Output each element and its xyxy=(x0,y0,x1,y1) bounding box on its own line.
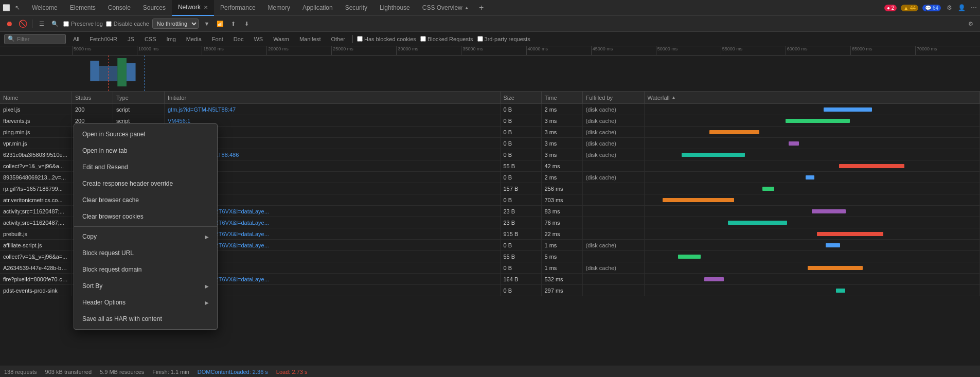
ctx-create-header-override[interactable]: Create response header override xyxy=(74,175,217,192)
throttle-arrow[interactable]: ▼ xyxy=(202,19,212,29)
table-row[interactable]: pixel.js 200 script gtm.js?id=GTM-N5LT88… xyxy=(0,104,980,115)
tab-memory[interactable]: Memory xyxy=(262,0,296,16)
tab-elements[interactable]: Elements xyxy=(64,0,102,16)
toolbar-sep-1 xyxy=(32,20,32,28)
initiator-link[interactable]: gtm.js?id=GTM-N5LT88:47 xyxy=(168,106,236,113)
filter-icon[interactable]: ☰ xyxy=(37,19,47,29)
filter-font[interactable]: Font xyxy=(209,35,226,43)
col-header-name[interactable]: Name xyxy=(0,92,72,103)
td-time: 532 ms xyxy=(542,274,583,284)
settings-icon[interactable]: ⚙ xyxy=(945,4,953,12)
upload-icon[interactable]: ⬆ xyxy=(228,19,239,29)
td-name: A2634539-f47e-428b-b335-4d2ba050f0d81.js xyxy=(0,262,72,273)
main-area: Name Status Type Initiator Size Time Ful… xyxy=(0,92,980,366)
filter-input[interactable] xyxy=(17,36,58,42)
col-header-status[interactable]: Status xyxy=(72,92,113,103)
tab-css-overview[interactable]: CSS Overview ▲ xyxy=(416,0,475,16)
tab-lighthouse[interactable]: Lighthouse xyxy=(373,0,416,16)
tab-security[interactable]: Security xyxy=(339,0,373,16)
tick-60000: 60000 ms xyxy=(786,46,850,55)
ctx-open-sources[interactable]: Open in Sources panel xyxy=(74,126,217,142)
filter-doc[interactable]: Doc xyxy=(230,35,247,43)
td-waterfall xyxy=(645,115,981,126)
filter-input-wrap: 🔍 xyxy=(4,34,66,44)
has-blocked-cookies-checkbox[interactable] xyxy=(357,36,363,42)
initiator-link[interactable]: VM456:1 xyxy=(168,118,190,124)
col-header-type[interactable]: Type xyxy=(113,92,165,103)
preserve-log-label[interactable]: Preserve log xyxy=(63,21,103,27)
filter-manifest[interactable]: Manifest xyxy=(296,35,324,43)
filter-other[interactable]: Other xyxy=(328,35,348,43)
add-tab-button[interactable]: + xyxy=(475,2,488,14)
wifi-icon[interactable]: 📶 xyxy=(215,19,225,29)
third-party-label[interactable]: 3rd-party requests xyxy=(477,36,530,42)
filter-all[interactable]: All xyxy=(70,35,82,43)
inspect-icon[interactable]: ↖ xyxy=(13,4,22,12)
ctx-copy[interactable]: Copy ▶ xyxy=(74,228,217,245)
toolbar-settings[interactable]: ⚙ xyxy=(966,19,976,29)
ctx-header-options[interactable]: Header Options ▶ xyxy=(74,294,217,311)
filter-media[interactable]: Media xyxy=(183,35,205,43)
tab-network-close[interactable]: ✕ xyxy=(204,5,208,10)
filter-ws[interactable]: WS xyxy=(251,35,266,43)
user-icon[interactable]: 👤 xyxy=(957,4,966,12)
td-fulfilled xyxy=(583,228,645,239)
td-waterfall xyxy=(645,138,981,149)
tab-sources[interactable]: Sources xyxy=(137,0,172,16)
col-header-initiator[interactable]: Initiator xyxy=(165,92,501,103)
search-icon[interactable]: 🔍 xyxy=(50,19,60,29)
ctx-block-url[interactable]: Block request URL xyxy=(74,245,217,261)
timeline-chart xyxy=(0,56,980,92)
td-time: 1 ms xyxy=(542,240,583,250)
disable-cache-checkbox[interactable] xyxy=(106,21,112,27)
td-size: 0 B xyxy=(501,149,542,160)
filter-js[interactable]: JS xyxy=(124,35,137,43)
ctx-block-domain[interactable]: Block request domain xyxy=(74,261,217,278)
preserve-log-checkbox[interactable] xyxy=(63,21,69,27)
col-header-size[interactable]: Size xyxy=(501,92,542,103)
col-header-time[interactable]: Time xyxy=(542,92,583,103)
td-fulfilled xyxy=(583,251,645,262)
filter-search-icon: 🔍 xyxy=(8,35,15,42)
device-toolbar-icon[interactable]: ⬜ xyxy=(2,4,10,12)
third-party-checkbox[interactable] xyxy=(477,36,483,42)
info-badge: 💬 64 xyxy=(922,5,941,11)
td-name: atr.veritonicmetrics.co... xyxy=(0,194,72,205)
blocked-requests-checkbox[interactable] xyxy=(420,36,426,42)
disable-cache-label[interactable]: Disable cache xyxy=(106,21,149,27)
filter-wasm[interactable]: Wasm xyxy=(270,35,292,43)
td-waterfall xyxy=(645,285,981,296)
network-settings-icon[interactable]: ⚙ xyxy=(966,19,976,29)
svg-rect-3 xyxy=(127,63,136,81)
tab-network[interactable]: Network ✕ xyxy=(172,0,214,16)
ctx-sort-by[interactable]: Sort By ▶ xyxy=(74,278,217,294)
more-icon[interactable]: ⋯ xyxy=(970,4,978,12)
ctx-clear-cookies[interactable]: Clear browser cookies xyxy=(74,208,217,225)
td-size: 915 B xyxy=(501,228,542,239)
td-size: 0 B xyxy=(501,240,542,250)
td-fulfilled: (disk cache) xyxy=(583,262,645,273)
tab-performance[interactable]: Performance xyxy=(214,0,262,16)
ctx-save-har[interactable]: Save all as HAR with content xyxy=(74,311,217,327)
td-name: fire?pixelId=8000fe70-c5b5-41f6-adb3-321… xyxy=(0,274,72,284)
has-blocked-cookies-label[interactable]: Has blocked cookies xyxy=(357,36,416,42)
col-header-waterfall[interactable]: Waterfall ▲ xyxy=(645,92,981,103)
tab-console[interactable]: Console xyxy=(102,0,137,16)
filter-fetch-xhr[interactable]: Fetch/XHR xyxy=(86,35,120,43)
filter-css[interactable]: CSS xyxy=(141,35,159,43)
tab-application[interactable]: Application xyxy=(296,0,339,16)
col-header-fulfilled[interactable]: Fulfilled by xyxy=(583,92,645,103)
ctx-open-new-tab[interactable]: Open in new tab xyxy=(74,142,217,159)
blocked-requests-label[interactable]: Blocked Requests xyxy=(420,36,473,42)
td-name: 89359648069213...2v=... xyxy=(0,172,72,183)
td-time: 83 ms xyxy=(542,206,583,217)
td-waterfall xyxy=(645,183,981,194)
record-button[interactable]: ⏺ xyxy=(4,19,14,29)
tab-welcome[interactable]: Welcome xyxy=(26,0,64,16)
filter-img[interactable]: Img xyxy=(164,35,179,43)
clear-button[interactable]: 🚫 xyxy=(17,19,28,29)
throttle-select[interactable]: No throttling xyxy=(152,19,199,29)
ctx-edit-resend[interactable]: Edit and Resend xyxy=(74,159,217,175)
download-icon[interactable]: ⬇ xyxy=(242,19,252,29)
ctx-clear-cache[interactable]: Clear browser cache xyxy=(74,192,217,208)
